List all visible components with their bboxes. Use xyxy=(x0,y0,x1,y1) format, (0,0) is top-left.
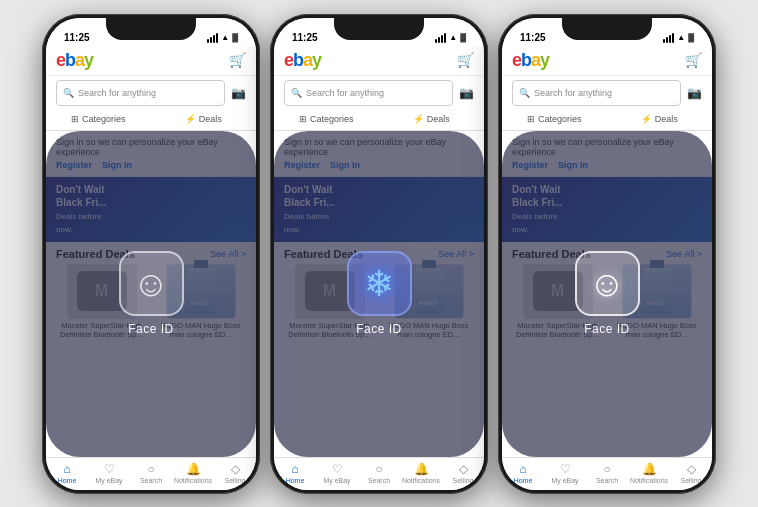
myebay-icon-2: ♡ xyxy=(332,462,343,476)
phones-container: 11:25 ▲ ▓ ebay 🛒 xyxy=(42,14,716,494)
logo-a-1: a xyxy=(75,50,84,70)
notifications-label-3: Notifications xyxy=(630,477,668,484)
notifications-icon-3: 🔔 xyxy=(642,462,657,476)
search-icon-1: ○ xyxy=(147,462,154,476)
bottom-tab-home-3[interactable]: ⌂ Home xyxy=(502,462,544,484)
home-icon-2: ⌂ xyxy=(291,462,298,476)
search-placeholder-3: Search for anything xyxy=(534,88,612,98)
logo-y-1: y xyxy=(84,50,93,70)
tab-deals-label-1: Deals xyxy=(199,114,222,124)
faceid-symbol-3: ☺ xyxy=(589,266,626,302)
faceid-symbol-1: ☺ xyxy=(133,266,170,302)
search-input-2[interactable]: 🔍 Search for anything xyxy=(284,80,453,106)
bottom-tab-notifications-1[interactable]: 🔔 Notifications xyxy=(172,462,214,484)
faceid-label-1: Face ID xyxy=(128,322,174,336)
search-glass-1: 🔍 xyxy=(63,88,74,98)
search-glass-2: 🔍 xyxy=(291,88,302,98)
bottom-tab-search-1[interactable]: ○ Search xyxy=(130,462,172,484)
search-bar-2: 🔍 Search for anything 📷 xyxy=(274,76,484,110)
tab-deals-icon-1: ⚡ xyxy=(185,114,199,124)
search-glass-3: 🔍 xyxy=(519,88,530,98)
bottom-bar-3: ⌂ Home ♡ My eBay ○ Search 🔔 Notification… xyxy=(502,457,712,490)
logo-e-1: e xyxy=(56,50,65,70)
ebay-header-3: ebay 🛒 xyxy=(502,46,712,76)
signal-bars-1 xyxy=(207,33,218,43)
bottom-tab-selling-1[interactable]: ◇ Selling xyxy=(214,462,256,484)
faceid-icon-container-2: ❄ xyxy=(347,251,412,316)
bottom-bar-1: ⌂ Home ♡ My eBay ○ Search 🔔 Notification… xyxy=(46,457,256,490)
bottom-tab-selling-3[interactable]: ◇ Selling xyxy=(670,462,712,484)
search-placeholder-1: Search for anything xyxy=(78,88,156,98)
nav-tabs-3: ⊞ Categories ⚡ Deals xyxy=(502,110,712,131)
selling-label-3: Selling xyxy=(680,477,701,484)
tab-categories-label-3: Categories xyxy=(538,114,582,124)
home-icon-3: ⌂ xyxy=(519,462,526,476)
phone-2: 11:25 ▲ ▓ ebay 🛒 xyxy=(270,14,488,494)
notch-1 xyxy=(106,18,196,40)
myebay-icon-3: ♡ xyxy=(560,462,571,476)
tab-deals-2[interactable]: ⚡ Deals xyxy=(379,110,484,130)
tab-categories-2[interactable]: ⊞ Categories xyxy=(274,110,379,130)
ebay-logo-2: ebay xyxy=(284,50,321,71)
search-icon-3: ○ xyxy=(603,462,610,476)
status-icons-1: ▲ ▓ xyxy=(207,33,238,43)
notifications-label-2: Notifications xyxy=(402,477,440,484)
screen-content-2: Sign in so we can personalize your eBay … xyxy=(274,131,484,457)
wifi-icon-2: ▲ xyxy=(449,33,457,42)
bottom-tab-notifications-2[interactable]: 🔔 Notifications xyxy=(400,462,442,484)
bottom-tab-myebay-1[interactable]: ♡ My eBay xyxy=(88,462,130,484)
camera-icon-1[interactable]: 📷 xyxy=(231,86,246,100)
screen-content-3: Sign in so we can personalize your eBay … xyxy=(502,131,712,457)
search-input-3[interactable]: 🔍 Search for anything xyxy=(512,80,681,106)
faceid-box-1: ☺ Face ID xyxy=(119,251,184,336)
search-label-3: Search xyxy=(596,477,618,484)
tab-categories-3[interactable]: ⊞ Categories xyxy=(502,110,607,130)
ebay-header-2: ebay 🛒 xyxy=(274,46,484,76)
camera-icon-2[interactable]: 📷 xyxy=(459,86,474,100)
search-placeholder-2: Search for anything xyxy=(306,88,384,98)
faceid-overlay-2: ❄ Face ID xyxy=(274,131,484,457)
search-bar-3: 🔍 Search for anything 📷 xyxy=(502,76,712,110)
bottom-tab-search-3[interactable]: ○ Search xyxy=(586,462,628,484)
tab-categories-icon-1: ⊞ xyxy=(71,114,82,124)
tab-deals-label-2: Deals xyxy=(427,114,450,124)
search-input-1[interactable]: 🔍 Search for anything xyxy=(56,80,225,106)
logo-b-1: b xyxy=(65,50,75,70)
faceid-box-2: ❄ Face ID xyxy=(347,251,412,336)
bottom-tab-myebay-2[interactable]: ♡ My eBay xyxy=(316,462,358,484)
camera-icon-3[interactable]: 📷 xyxy=(687,86,702,100)
bottom-bar-2: ⌂ Home ♡ My eBay ○ Search 🔔 Notification… xyxy=(274,457,484,490)
phone-3: 11:25 ▲ ▓ ebay 🛒 xyxy=(498,14,716,494)
cart-icon-3[interactable]: 🛒 xyxy=(685,52,702,68)
bottom-tab-home-1[interactable]: ⌂ Home xyxy=(46,462,88,484)
cart-icon-1[interactable]: 🛒 xyxy=(229,52,246,68)
notifications-icon-1: 🔔 xyxy=(186,462,201,476)
faceid-symbol-2: ❄ xyxy=(364,266,394,302)
nav-tabs-1: ⊞ Categories ⚡ Deals xyxy=(46,110,256,131)
tab-deals-label-3: Deals xyxy=(655,114,678,124)
battery-icon-1: ▓ xyxy=(232,33,238,42)
tab-categories-1[interactable]: ⊞ Categories xyxy=(46,110,151,130)
tab-categories-icon-3: ⊞ xyxy=(527,114,538,124)
bottom-tab-myebay-3[interactable]: ♡ My eBay xyxy=(544,462,586,484)
tab-deals-3[interactable]: ⚡ Deals xyxy=(607,110,712,130)
nav-tabs-2: ⊞ Categories ⚡ Deals xyxy=(274,110,484,131)
tab-deals-icon-3: ⚡ xyxy=(641,114,655,124)
cart-icon-2[interactable]: 🛒 xyxy=(457,52,474,68)
bottom-tab-selling-2[interactable]: ◇ Selling xyxy=(442,462,484,484)
search-icon-2: ○ xyxy=(375,462,382,476)
faceid-box-3: ☺ Face ID xyxy=(575,251,640,336)
faceid-icon-container-1: ☺ xyxy=(119,251,184,316)
notifications-label-1: Notifications xyxy=(174,477,212,484)
selling-icon-1: ◇ xyxy=(231,462,240,476)
selling-icon-3: ◇ xyxy=(687,462,696,476)
selling-label-2: Selling xyxy=(452,477,473,484)
bottom-tab-search-2[interactable]: ○ Search xyxy=(358,462,400,484)
tab-deals-1[interactable]: ⚡ Deals xyxy=(151,110,256,130)
bottom-tab-home-2[interactable]: ⌂ Home xyxy=(274,462,316,484)
bottom-tab-notifications-3[interactable]: 🔔 Notifications xyxy=(628,462,670,484)
faceid-overlay-1: ☺ Face ID xyxy=(46,131,256,457)
ebay-logo-3: ebay xyxy=(512,50,549,71)
faceid-overlay-3: ☺ Face ID xyxy=(502,131,712,457)
tab-categories-label-2: Categories xyxy=(310,114,354,124)
